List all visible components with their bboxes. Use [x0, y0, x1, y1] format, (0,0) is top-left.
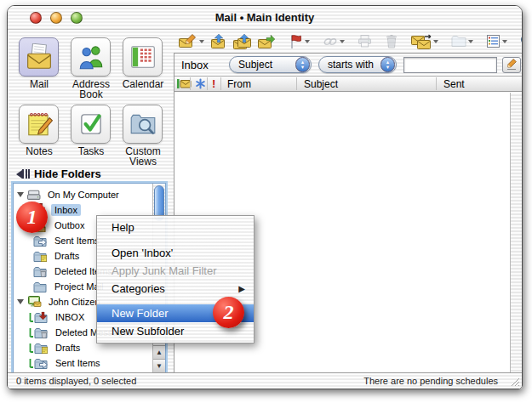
screen: Mail • Main Identity [0, 0, 532, 403]
search-icon [520, 34, 523, 48]
chevron-down-icon[interactable] [502, 40, 507, 43]
callout-badge-2: 2 [213, 297, 244, 328]
link-icon [323, 35, 338, 48]
chevron-down-icon[interactable] [199, 40, 204, 43]
folder-icon [451, 35, 466, 48]
folder-row-sent-items[interactable]: Sent Items [14, 233, 103, 248]
hide-folders-label: Hide Folders [34, 167, 101, 180]
module-button-address-book[interactable] [71, 37, 111, 77]
delete-button[interactable] [384, 33, 399, 49]
chevron-down-icon[interactable] [433, 40, 438, 43]
status-items-count: 0 items displayed, 0 selected [16, 376, 136, 386]
module-button-notes[interactable] [19, 105, 59, 144]
send-receive-icon [411, 34, 432, 49]
module-button-tasks[interactable] [71, 105, 111, 144]
module-label: Notes [14, 146, 65, 156]
trash-icon [385, 34, 398, 48]
folder-row-imap-inbox[interactable]: INBOX [14, 309, 88, 325]
column-priority[interactable]: ! [212, 77, 215, 91]
trash-folder-icon [33, 265, 48, 278]
folder-row-imap-drafts[interactable]: Drafts [14, 340, 83, 355]
folder-icon [33, 281, 48, 293]
find-button[interactable] [519, 33, 523, 49]
module-button-mail[interactable] [19, 37, 59, 77]
folder-row-project-mail[interactable]: Project Mail [14, 279, 106, 294]
folder-row-imap-sent[interactable]: Sent Items [14, 355, 104, 371]
sent-folder-icon [33, 235, 48, 247]
reply-all-button[interactable] [232, 33, 253, 50]
folder-button[interactable] [450, 34, 474, 48]
notes-icon [25, 111, 54, 138]
advanced-find-button[interactable] [502, 57, 521, 73]
module-button-calendar[interactable] [123, 37, 163, 77]
filter-query-input[interactable] [403, 57, 497, 73]
submenu-arrow-icon: ▶ [238, 280, 245, 298]
column-subject[interactable]: Subject [304, 77, 338, 91]
link-button[interactable] [322, 34, 346, 49]
links-icon [195, 78, 206, 89]
compose-button[interactable] [178, 33, 205, 50]
module-label: Calendar [117, 79, 169, 89]
chevron-down-icon[interactable] [305, 40, 310, 43]
quick-filter-bar: Inbox Subject ▲▼ starts with ▲▼ [174, 54, 522, 76]
tasks-icon [77, 111, 106, 138]
folder-row-john-citizen[interactable]: John Citizen [14, 294, 104, 309]
status-bar: 0 items displayed, 0 selected There are … [8, 372, 522, 389]
message-list-scrollbar[interactable] [510, 93, 522, 372]
chevron-down-icon[interactable] [340, 40, 345, 43]
column-links[interactable] [195, 77, 206, 91]
popup-arrows-icon: ▲▼ [380, 57, 395, 72]
folder-row-drafts[interactable]: Drafts [14, 248, 83, 264]
imap-inbox-icon [29, 311, 49, 324]
flag-icon [289, 34, 303, 49]
menu-item-categories[interactable]: Categories ▶ [97, 280, 254, 298]
title-bar[interactable]: Mail • Main Identity [8, 6, 522, 30]
disclosure-triangle-icon[interactable] [17, 299, 24, 304]
module-label: Mail [14, 79, 65, 89]
scroll-up-button[interactable]: ▲ [153, 345, 165, 359]
reply-all-icon [233, 34, 252, 49]
scroll-down-button[interactable]: ▼ [153, 359, 165, 372]
resize-grip[interactable] [509, 376, 520, 387]
list-title: Inbox [181, 59, 224, 71]
column-header-row: ! From Subject Sent [174, 76, 522, 92]
status-schedules: There are no pending schedules [363, 376, 498, 386]
menu-item-open-inbox[interactable]: Open 'Inbox' [97, 244, 254, 262]
filter-field-popup[interactable]: Subject ▲▼ [229, 56, 312, 73]
disclosure-triangle-icon[interactable] [17, 192, 24, 197]
folder-row-on-my-computer[interactable]: On My Computer [14, 187, 123, 202]
imap-drafts-icon [29, 342, 49, 355]
edit-pencil-icon [506, 59, 518, 71]
module-label: Tasks [66, 146, 117, 156]
forward-icon [258, 34, 277, 49]
drafts-folder-icon [33, 250, 48, 263]
print-icon [358, 34, 372, 48]
drives-icon [27, 190, 41, 201]
mail-window: Mail • Main Identity [7, 5, 523, 389]
list-view-icon [486, 34, 501, 48]
mail-icon [24, 43, 54, 71]
column-from[interactable]: From [227, 77, 251, 91]
reply-icon [210, 34, 227, 49]
hide-folders-toggle[interactable]: Hide Folders [16, 167, 101, 180]
filter-operator-popup[interactable]: starts with ▲▼ [318, 56, 397, 73]
module-button-custom-views[interactable] [123, 105, 163, 144]
toolbar [178, 30, 523, 53]
flag-button[interactable] [289, 33, 311, 50]
reply-button[interactable] [209, 33, 228, 50]
module-label: Custom Views [117, 146, 169, 167]
forward-button[interactable] [257, 33, 277, 50]
menu-item-help[interactable]: Help [97, 219, 254, 236]
chevron-down-icon[interactable] [468, 40, 473, 43]
hide-folders-icon [16, 169, 30, 179]
column-sent[interactable]: Sent [443, 77, 465, 91]
send-receive-button[interactable] [410, 33, 439, 50]
custom-views-icon [129, 111, 157, 138]
menu-item-apply-junk-filter: Apply Junk Mail Filter [97, 262, 254, 280]
window-title: Mail • Main Identity [8, 11, 522, 24]
print-button[interactable] [357, 33, 373, 49]
compose-icon [179, 34, 197, 49]
list-view-button[interactable] [485, 33, 508, 49]
imap-trash-icon [29, 326, 49, 339]
popup-arrows-icon: ▲▼ [295, 57, 310, 72]
